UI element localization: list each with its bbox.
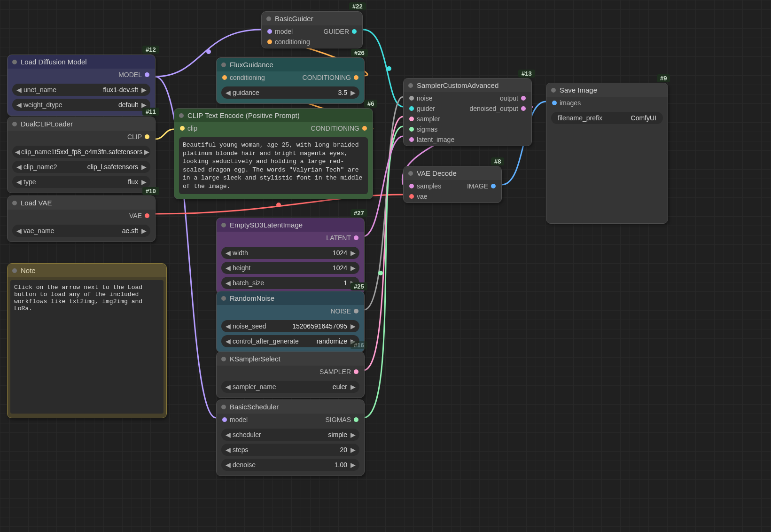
node-title[interactable]: Save Image xyxy=(546,83,668,97)
collapse-dot-icon[interactable] xyxy=(12,201,17,205)
node-basic-guider[interactable]: BasicGuider model conditioning GUIDER xyxy=(261,11,363,48)
arrow-left-icon[interactable]: ◀ xyxy=(224,322,232,330)
arrow-right-icon[interactable]: ▶ xyxy=(349,249,357,257)
collapse-dot-icon[interactable] xyxy=(179,113,184,118)
node-title[interactable]: BasicScheduler xyxy=(217,400,364,414)
collapse-dot-icon[interactable] xyxy=(221,63,226,67)
node-sampler-custom-advanced[interactable]: SamplerCustomAdvanced noise guider sampl… xyxy=(403,78,532,146)
node-ksampler-select[interactable]: KSamplerSelect SAMPLER ◀sampler_nameeule… xyxy=(216,352,365,398)
arrow-right-icon[interactable]: ▶ xyxy=(349,431,357,438)
node-title[interactable]: KSamplerSelect xyxy=(217,352,364,366)
port-in-sigmas[interactable]: sigmas xyxy=(409,124,454,134)
arrow-left-icon[interactable]: ◀ xyxy=(15,101,23,109)
arrow-left-icon[interactable]: ◀ xyxy=(15,178,23,186)
port-in-sampler[interactable]: sampler xyxy=(409,114,454,124)
collapse-dot-icon[interactable] xyxy=(221,296,226,301)
port-in-clip[interactable]: clip xyxy=(180,123,197,133)
widget-unet-name[interactable]: ◀ unet_name flux1-dev.sft ▶ xyxy=(12,84,150,96)
port-in-vae[interactable]: vae xyxy=(409,191,441,202)
arrow-right-icon[interactable]: ▶ xyxy=(349,446,357,454)
arrow-right-icon[interactable]: ▶ xyxy=(349,264,357,272)
collapse-dot-icon[interactable] xyxy=(221,405,226,409)
node-title[interactable]: VAE Decode xyxy=(404,166,501,180)
node-title[interactable]: Load VAE xyxy=(8,196,155,210)
arrow-left-icon[interactable]: ◀ xyxy=(224,431,232,438)
node-save-image[interactable]: Save Image images filename_prefix ComfyU… xyxy=(546,83,668,224)
widget-scheduler[interactable]: ◀schedulersimple▶ xyxy=(221,429,359,441)
collapse-dot-icon[interactable] xyxy=(266,16,271,21)
port-in-conditioning[interactable]: conditioning xyxy=(267,37,310,47)
port-out-sigmas[interactable]: SIGMAS xyxy=(326,415,358,425)
port-in-model[interactable]: model xyxy=(267,26,310,37)
node-title[interactable]: DualCLIPLoader xyxy=(8,117,155,131)
node-title[interactable]: BasicGuider xyxy=(262,12,362,25)
widget-sampler-name[interactable]: ◀sampler_nameeuler▶ xyxy=(221,381,359,393)
arrow-left-icon[interactable]: ◀ xyxy=(15,148,20,156)
collapse-dot-icon[interactable] xyxy=(12,122,17,126)
port-in-noise[interactable]: noise xyxy=(409,93,454,103)
node-dual-clip-loader[interactable]: DualCLIPLoader CLIP ◀ clip_name1 t5xxl_f… xyxy=(7,117,156,193)
node-title[interactable]: FluxGuidance xyxy=(217,58,364,71)
node-note[interactable]: Note Click on the arrow next to the Load… xyxy=(7,263,167,418)
port-in-conditioning[interactable]: conditioning xyxy=(222,72,265,83)
widget-vae-name[interactable]: ◀ vae_name ae.sft ▶ xyxy=(12,225,150,237)
widget-weight-dtype[interactable]: ◀ weight_dtype default ▶ xyxy=(12,99,150,111)
node-title[interactable]: RandomNoise xyxy=(217,291,364,305)
collapse-dot-icon[interactable] xyxy=(12,60,17,64)
collapse-dot-icon[interactable] xyxy=(408,83,413,88)
arrow-right-icon[interactable]: ▶ xyxy=(349,383,357,391)
node-title[interactable]: Load Diffusion Model xyxy=(8,55,155,69)
widget-width[interactable]: ◀width1024▶ xyxy=(221,247,359,259)
node-load-diffusion-model[interactable]: Load Diffusion Model MODEL ◀ unet_name f… xyxy=(7,55,156,116)
collapse-dot-icon[interactable] xyxy=(221,357,226,361)
port-out-denoised[interactable]: denoised_output xyxy=(469,103,526,114)
widget-filename-prefix[interactable]: filename_prefix ComfyUI xyxy=(551,112,663,124)
node-flux-guidance[interactable]: FluxGuidance conditioning CONDITIONING ◀… xyxy=(216,57,365,104)
port-out-latent[interactable]: LATENT xyxy=(326,233,358,243)
port-in-model[interactable]: model xyxy=(222,415,248,425)
arrow-right-icon[interactable]: ▶ xyxy=(140,178,148,186)
widget-denoise[interactable]: ◀denoise1.00▶ xyxy=(221,459,359,471)
arrow-left-icon[interactable]: ◀ xyxy=(224,446,232,454)
prompt-textarea[interactable]: Beautiful young woman, age 25, with long… xyxy=(179,137,368,194)
port-out-noise[interactable]: NOISE xyxy=(330,306,358,316)
port-out-clip[interactable]: CLIP xyxy=(127,132,149,142)
node-title[interactable]: Note xyxy=(8,264,166,277)
widget-clip-name1[interactable]: ◀ clip_name1 t5xxl_fp8_e4m3fn.safetensor… xyxy=(12,146,150,158)
widget-clip-type[interactable]: ◀ type flux ▶ xyxy=(12,176,150,188)
port-out-model[interactable]: MODEL xyxy=(118,70,149,80)
widget-control-after-generate[interactable]: ◀control_after_generaterandomize▶ xyxy=(221,335,359,347)
arrow-right-icon[interactable]: ▶ xyxy=(140,163,148,171)
arrow-left-icon[interactable]: ◀ xyxy=(224,383,232,391)
arrow-right-icon[interactable]: ▶ xyxy=(140,86,148,94)
node-vae-decode[interactable]: VAE Decode samples vae IMAGE xyxy=(403,166,502,203)
arrow-left-icon[interactable]: ◀ xyxy=(224,89,232,96)
widget-clip-name2[interactable]: ◀ clip_name2 clip_l.safetensors ▶ xyxy=(12,161,150,173)
port-in-samples[interactable]: samples xyxy=(409,181,441,191)
collapse-dot-icon[interactable] xyxy=(551,88,556,93)
port-in-guider[interactable]: guider xyxy=(409,103,454,114)
arrow-left-icon[interactable]: ◀ xyxy=(15,163,23,171)
port-out-sampler[interactable]: SAMPLER xyxy=(319,367,358,377)
arrow-right-icon[interactable]: ▶ xyxy=(140,227,148,235)
port-out-conditioning[interactable]: CONDITIONING xyxy=(311,123,367,133)
node-load-vae[interactable]: Load VAE VAE ◀ vae_name ae.sft ▶ xyxy=(7,196,156,242)
arrow-left-icon[interactable]: ◀ xyxy=(224,337,232,345)
widget-batch-size[interactable]: ◀batch_size1▶ xyxy=(221,277,359,289)
node-random-noise[interactable]: RandomNoise NOISE ◀noise_seed15206591645… xyxy=(216,291,365,352)
arrow-right-icon[interactable]: ▶ xyxy=(349,89,357,96)
port-out-output[interactable]: output xyxy=(469,93,526,103)
node-basic-scheduler[interactable]: BasicScheduler model SIGMAS ◀schedulersi… xyxy=(216,399,365,476)
arrow-left-icon[interactable]: ◀ xyxy=(224,264,232,272)
port-out-conditioning[interactable]: CONDITIONING xyxy=(303,72,358,83)
note-text[interactable]: Click on the arrow next to the Load butt… xyxy=(10,280,164,414)
port-out-vae[interactable]: VAE xyxy=(129,211,149,221)
arrow-left-icon[interactable]: ◀ xyxy=(224,249,232,257)
widget-steps[interactable]: ◀steps20▶ xyxy=(221,444,359,456)
arrow-left-icon[interactable]: ◀ xyxy=(224,279,232,287)
node-title[interactable]: SamplerCustomAdvanced xyxy=(404,78,531,92)
port-out-image[interactable]: IMAGE xyxy=(467,181,496,191)
port-in-latent-image[interactable]: latent_image xyxy=(409,134,454,145)
widget-guidance[interactable]: ◀ guidance 3.5 ▶ xyxy=(221,86,359,99)
port-out-guider[interactable]: GUIDER xyxy=(324,26,357,37)
